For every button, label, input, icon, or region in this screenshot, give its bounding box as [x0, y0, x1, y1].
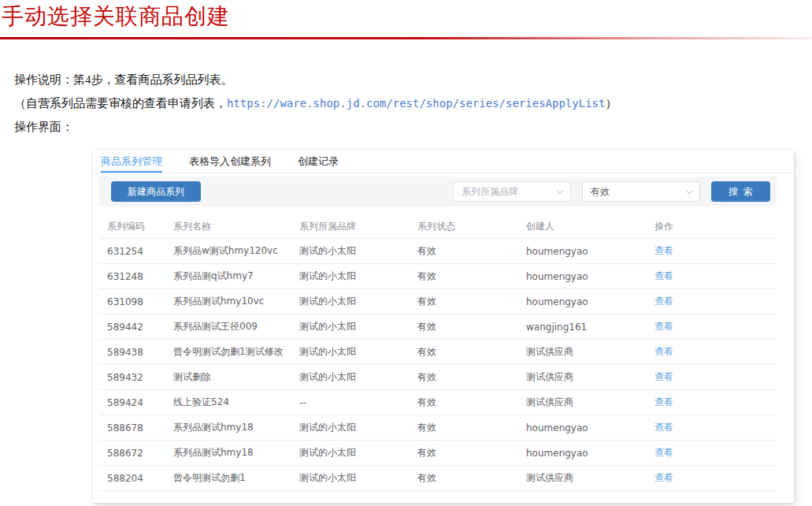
cell-name: 曾令明测试勿删1	[173, 466, 299, 491]
cell-action: 查看	[654, 340, 777, 365]
tab-bar: 商品系列管理表格导入创建系列创建记录	[93, 150, 794, 173]
view-link[interactable]: 查看	[654, 321, 673, 332]
cell-action: 查看	[654, 441, 777, 466]
cell-brand: --	[299, 390, 417, 415]
cell-name: 系列品测q试hmy7	[173, 264, 299, 289]
cell-creator: houmengyao	[526, 264, 654, 289]
cell-code: 631248	[99, 264, 173, 289]
tab-2[interactable]: 创建记录	[298, 150, 339, 173]
tab-0[interactable]: 商品系列管理	[101, 150, 162, 173]
column-header: 系列名称	[173, 214, 299, 239]
cell-name: 系列品测试hmy18	[173, 441, 299, 466]
apply-list-link[interactable]: https://ware.shop.jd.com/rest/shop/serie…	[227, 97, 605, 110]
cell-status: 有效	[417, 264, 526, 289]
page-title: 手动选择关联商品创建	[2, 2, 812, 32]
cell-creator: houmengyao	[526, 441, 654, 466]
cell-brand: 测试的小太阳	[299, 239, 417, 264]
view-link[interactable]: 查看	[654, 296, 673, 307]
cell-status: 有效	[417, 390, 526, 415]
cell-creator: 测试供应商	[526, 390, 654, 415]
view-link[interactable]: 查看	[654, 270, 673, 281]
cell-creator: houmengyao	[526, 239, 654, 264]
view-link[interactable]: 查看	[654, 472, 673, 483]
cell-action: 查看	[654, 390, 777, 415]
table-row: 589442系列品测试王径009测试的小太阳有效wangjing161查看	[99, 314, 777, 340]
view-link[interactable]: 查看	[654, 447, 673, 458]
note-text: （自营系列品需要审核的查看申请列表，https://ware.shop.jd.c…	[14, 91, 812, 115]
chevron-down-icon	[557, 187, 563, 193]
status-filter-select[interactable]: 有效	[582, 181, 700, 202]
cell-code: 588672	[99, 441, 173, 466]
column-header: 操作	[654, 214, 777, 239]
cell-action: 查看	[654, 314, 777, 340]
table-header-row: 系列编码系列名称系列所属品牌系列状态创建人操作	[99, 214, 777, 239]
cell-code: 588678	[99, 415, 173, 441]
note-prefix: （自营系列品需要审核的查看申请列表，	[14, 97, 227, 110]
view-link[interactable]: 查看	[654, 346, 673, 357]
cell-name: 曾令明测试勿删1测试修改	[173, 340, 299, 365]
series-table-wrap: 系列编码系列名称系列所属品牌系列状态创建人操作 631254系列品w测试hmy1…	[99, 214, 777, 491]
cell-brand: 测试的小太阳	[299, 264, 417, 289]
cell-status: 有效	[417, 289, 526, 314]
cell-name: 系列品测试王径009	[173, 314, 299, 340]
cell-creator: 测试供应商	[526, 340, 654, 365]
column-header: 系列所属品牌	[299, 214, 417, 239]
table-row: 589432测试删除测试的小太阳有效测试供应商查看	[99, 365, 777, 390]
series-table: 系列编码系列名称系列所属品牌系列状态创建人操作 631254系列品w测试hmy1…	[99, 214, 777, 491]
table-row: 588678系列品测试hmy18测试的小太阳有效houmengyao查看	[99, 415, 777, 441]
cell-status: 有效	[417, 314, 526, 340]
embedded-screenshot: 商品系列管理表格导入创建系列创建记录 新建商品系列 系列所属品牌 有效 搜索 系…	[93, 150, 794, 503]
view-link[interactable]: 查看	[654, 245, 673, 256]
ui-label-text: 操作界面：	[14, 115, 812, 139]
cell-status: 有效	[417, 415, 526, 441]
table-row: 631098系列品测试hmy10vc测试的小太阳有效houmengyao查看	[99, 289, 777, 314]
cell-creator: houmengyao	[526, 289, 654, 314]
chevron-down-icon	[686, 187, 692, 193]
status-filter-value: 有效	[591, 185, 610, 199]
note-suffix: ）	[605, 97, 617, 110]
cell-name: 系列品测试hmy10vc	[173, 289, 299, 314]
cell-status: 有效	[417, 466, 526, 491]
cell-action: 查看	[654, 415, 777, 441]
table-row: 588204曾令明测试勿删1测试的小太阳有效测试供应商查看	[99, 466, 777, 491]
cell-brand: 测试的小太阳	[299, 340, 417, 365]
cell-action: 查看	[654, 264, 777, 289]
column-header: 创建人	[526, 214, 654, 239]
title-divider	[0, 37, 812, 39]
tab-1[interactable]: 表格导入创建系列	[189, 150, 271, 173]
table-row: 589424线上验证524--有效测试供应商查看	[99, 390, 777, 415]
cell-name: 线上验证524	[173, 390, 299, 415]
cell-brand: 测试的小太阳	[299, 441, 417, 466]
view-link[interactable]: 查看	[654, 371, 673, 382]
cell-action: 查看	[654, 289, 777, 314]
cell-brand: 测试的小太阳	[299, 466, 417, 491]
table-row: 631254系列品w测试hmy120vc测试的小太阳有效houmengyao查看	[99, 239, 777, 264]
view-link[interactable]: 查看	[654, 396, 673, 407]
cell-code: 588204	[99, 466, 173, 491]
cell-action: 查看	[654, 365, 777, 390]
table-row: 631248系列品测q试hmy7测试的小太阳有效houmengyao查看	[99, 264, 777, 289]
cell-name: 测试删除	[173, 365, 299, 390]
intro-text: 操作说明：第4步，查看商品系列品列表。	[14, 68, 812, 91]
table-body: 631254系列品w测试hmy120vc测试的小太阳有效houmengyao查看…	[99, 239, 777, 491]
column-header: 系列编码	[99, 214, 173, 239]
cell-brand: 测试的小太阳	[299, 365, 417, 390]
cell-status: 有效	[417, 340, 526, 365]
cell-status: 有效	[417, 441, 526, 466]
table-row: 589438曾令明测试勿删1测试修改测试的小太阳有效测试供应商查看	[99, 340, 777, 365]
cell-code: 631254	[99, 239, 173, 264]
view-link[interactable]: 查看	[654, 422, 673, 433]
new-series-button[interactable]: 新建商品系列	[111, 181, 201, 202]
brand-filter-select[interactable]: 系列所属品牌	[453, 181, 571, 202]
cell-brand: 测试的小太阳	[299, 415, 417, 441]
column-header: 系列状态	[417, 214, 526, 239]
cell-status: 有效	[417, 365, 526, 390]
cell-creator: 测试供应商	[526, 466, 654, 491]
cell-code: 589438	[99, 340, 173, 365]
cell-code: 631098	[99, 289, 173, 314]
cell-code: 589432	[99, 365, 173, 390]
cell-brand: 测试的小太阳	[299, 314, 417, 340]
cell-name: 系列品w测试hmy120vc	[173, 239, 299, 264]
search-button[interactable]: 搜索	[711, 181, 770, 202]
cell-action: 查看	[654, 239, 777, 264]
